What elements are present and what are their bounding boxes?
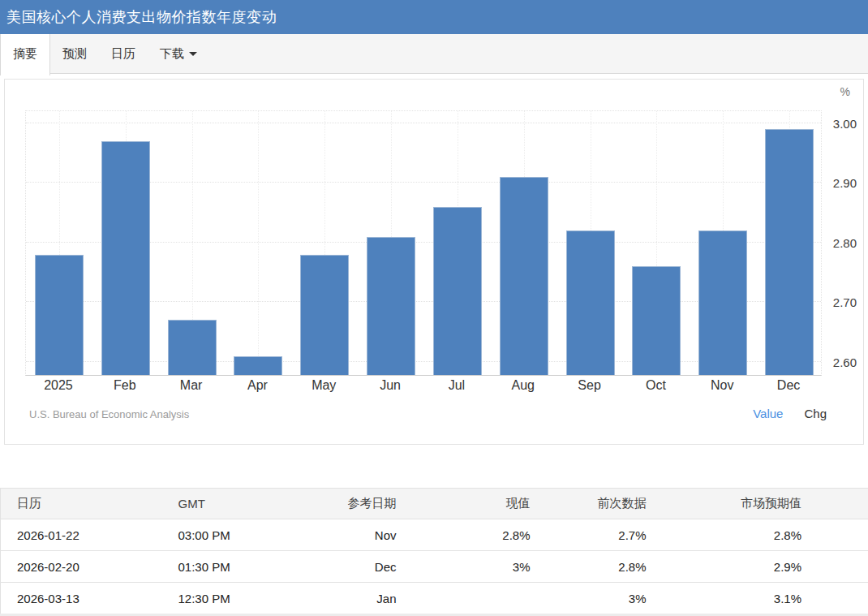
y-axis-unit: % [840,85,850,98]
x-axis-label: 2025 [25,378,92,393]
tab-label: 日历 [111,46,135,60]
tab-bar: 摘要预测日历下载 [0,34,868,74]
bar-sep [566,230,615,375]
bar-2025 [35,255,84,375]
table-row: 2026-03-1312:30 PMJan3%3.1% [1,583,868,614]
table-cell: 2.8% [656,519,868,551]
bar-nov [698,230,747,375]
source-attribution: U.S. Bureau of Economic Analysis [29,408,189,420]
column-header: GMT [177,489,342,519]
toggle-chg[interactable]: Chg [804,407,827,420]
bar-feb [101,141,150,375]
x-axis-label: Feb [92,378,158,393]
page: 美国核心个人消费支出物价指数年度变动 摘要预测日历下载 2025FebMarAp… [0,0,868,616]
page-title: 美国核心个人消费支出物价指数年度变动 [0,0,868,34]
table-cell: 2.7% [540,519,656,551]
x-axis-label: Jun [357,378,423,393]
tab-label: 下载 [160,46,184,60]
chart-panel: 2025FebMarAprMayJunJulAugSepOctNovDec % … [4,79,864,445]
bar-oct [632,266,681,375]
tab-label: 摘要 [13,46,37,60]
table-cell: Dec [342,551,406,583]
table-cell: 01:30 PM [177,551,342,583]
x-axis-label: Apr [224,378,290,393]
tab-forecast[interactable]: 预测 [50,34,99,74]
y-axis-tick-label: 2.70 [816,295,857,309]
column-header: 前次数据 [540,489,656,519]
gridline [26,123,821,123]
bar-jun [367,237,415,375]
toggle-value[interactable]: Value [753,407,783,420]
tab-label: 预测 [62,46,87,60]
table-cell: 2.9% [656,551,868,583]
column-header: 现值 [406,489,540,519]
table-row: 2026-01-2203:00 PMNov2.8%2.7%2.8% [1,519,868,551]
tab-download[interactable]: 下载 [148,34,209,74]
bar-aug [500,177,548,375]
column-header: 参考日期 [342,489,406,519]
x-axis-labels: 2025FebMarAprMayJunJulAugSepOctNovDec [25,378,822,396]
tab-summary[interactable]: 摘要 [0,34,50,75]
calendar-table: 日历GMT参考日期现值前次数据市场预期值 2026-01-2203:00 PMN… [0,488,868,614]
table-header-row: 日历GMT参考日期现值前次数据市场预期值 [1,489,868,519]
x-axis-label: Aug [490,378,556,393]
table-cell: Jan [342,583,406,614]
bar-may [300,255,349,375]
tab-calendar[interactable]: 日历 [99,34,148,74]
bar-dec [765,129,814,375]
bar-apr [234,356,282,376]
bar-jul [433,207,482,375]
table-cell: 3% [406,551,540,583]
series-toggles: ValueChg [732,407,827,420]
caret-down-icon [189,52,197,56]
x-axis-label: Sep [556,378,623,393]
table-cell: Nov [342,519,406,551]
y-axis-tick-label: 2.90 [816,176,857,190]
table-cell: 3% [540,583,656,614]
table-cell: 2026-01-22 [1,519,177,551]
table-cell: 2026-02-20 [1,551,177,583]
bar-mar [168,320,217,375]
table-cell: 2.8% [540,551,656,583]
page-title-bar: 美国核心个人消费支出物价指数年度变动 [0,0,868,34]
y-axis: % 2.602.702.802.903.00 [816,80,858,444]
x-axis-label: Jul [423,378,490,393]
y-axis-tick-label: 2.80 [816,236,857,250]
column-header: 日历 [1,489,177,519]
gridline [258,111,259,375]
x-axis-label: Mar [158,378,225,393]
column-header: 市场预期值 [656,489,868,519]
x-axis-label: Oct [622,378,689,393]
table-cell: 03:00 PM [177,519,342,551]
plot-area [25,110,822,376]
x-axis-label: May [290,378,357,393]
table-cell [406,583,540,614]
table-cell: 2.8% [406,519,540,551]
table-row: 2026-02-2001:30 PMDec3%2.8%2.9% [1,551,868,583]
x-axis-label: Dec [755,378,822,393]
y-axis-tick-label: 2.60 [816,355,857,369]
x-axis-label: Nov [689,378,755,393]
table-cell: 12:30 PM [177,583,342,614]
y-axis-tick-label: 3.00 [816,117,857,131]
table-cell: 2026-03-13 [1,583,177,614]
table-cell: 3.1% [656,583,868,614]
